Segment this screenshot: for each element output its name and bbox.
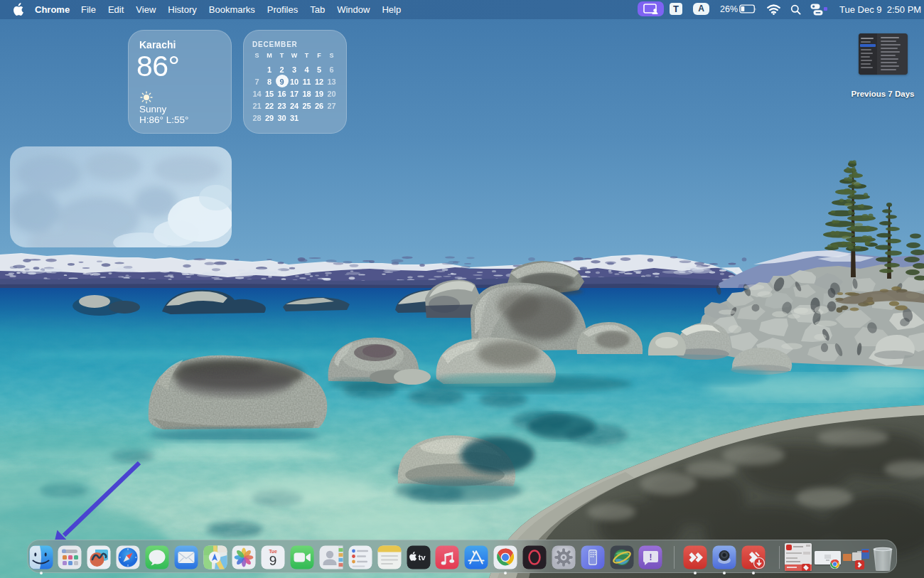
- svg-text:9: 9: [269, 553, 277, 568]
- svg-text:!: !: [650, 552, 652, 562]
- svg-text:tv: tv: [418, 553, 426, 562]
